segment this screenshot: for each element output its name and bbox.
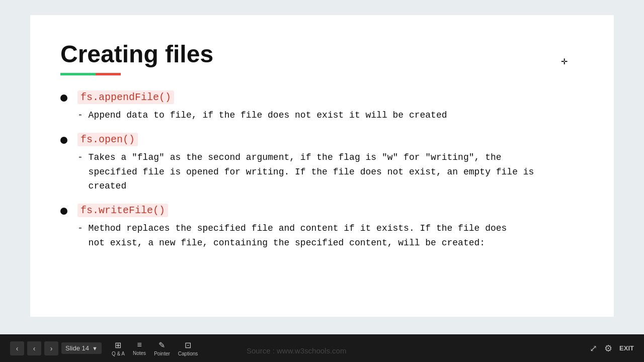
nav-prev-button[interactable]: ‹ [27,341,41,355]
pointer-label: Pointer [154,351,170,356]
bullet-item-3: fs.writeFile() - Method replaces the spe… [60,204,584,250]
slide-label: Slide 14 [65,344,89,352]
bullet-dot-2 [60,137,67,144]
slide-content: Creating files fs.appendFile() - Append … [30,15,614,317]
nav-next-button[interactable]: › [44,341,58,355]
captions-icon: ⊡ [185,340,191,350]
underline-orange [96,73,121,75]
slide-dropdown-icon[interactable]: ▼ [92,345,98,351]
pointer-icon: ✎ [158,340,165,350]
qa-label: Q & A [112,351,125,356]
code-label-1: fs.appendFile() [77,90,174,104]
nav-prev-prev-button[interactable]: ‹ [10,341,24,355]
captions-button[interactable]: ⊡ Captions [178,340,198,356]
bullet-content-1: fs.appendFile() - Append data to file, i… [77,90,584,123]
bullet-dot-3 [60,208,67,215]
notes-icon: ≡ [137,340,141,349]
qa-icon: ⊞ [115,340,121,350]
code-label-2: fs.open() [77,133,138,146]
bullet-list: fs.appendFile() - Append data to file, i… [60,90,584,250]
expand-button[interactable]: ⤢ [590,343,597,354]
slide-title: Creating files [60,40,584,68]
bullet-content-2: fs.open() - Takes a "flag" as the second… [77,133,584,194]
source-text: Source : www.w3schools.com [247,346,346,355]
bullet-dot-1 [60,95,67,102]
title-underline [60,73,584,75]
toolbar-right: ⤢ ⚙ EXIT [590,343,634,354]
toolbar-nav: ‹ ‹ › Slide 14 ▼ [10,341,102,355]
code-label-3: fs.writeFile() [77,204,168,217]
description-1: - Append data to file, if the file does … [77,108,584,123]
exit-button[interactable]: EXIT [619,344,634,352]
slide-indicator[interactable]: Slide 14 ▼ [61,342,102,354]
settings-button[interactable]: ⚙ [604,343,612,354]
notes-label: Notes [133,350,146,356]
bullet-item-1: fs.appendFile() - Append data to file, i… [60,90,584,123]
mouse-cursor: ✛ [561,57,566,66]
pointer-button[interactable]: ✎ Pointer [154,340,170,356]
bullet-content-3: fs.writeFile() - Method replaces the spe… [77,204,584,250]
bullet-item-2: fs.open() - Takes a "flag" as the second… [60,133,584,194]
description-2: - Takes a "flag" as the second argument,… [77,150,584,194]
toolbar-icons: ⊞ Q & A ≡ Notes ✎ Pointer ⊡ Captions [112,340,198,356]
captions-label: Captions [178,351,198,356]
qa-button[interactable]: ⊞ Q & A [112,340,125,356]
underline-green [60,73,96,75]
description-3: - Method replaces the specified file and… [77,221,584,250]
notes-button[interactable]: ≡ Notes [133,340,146,356]
